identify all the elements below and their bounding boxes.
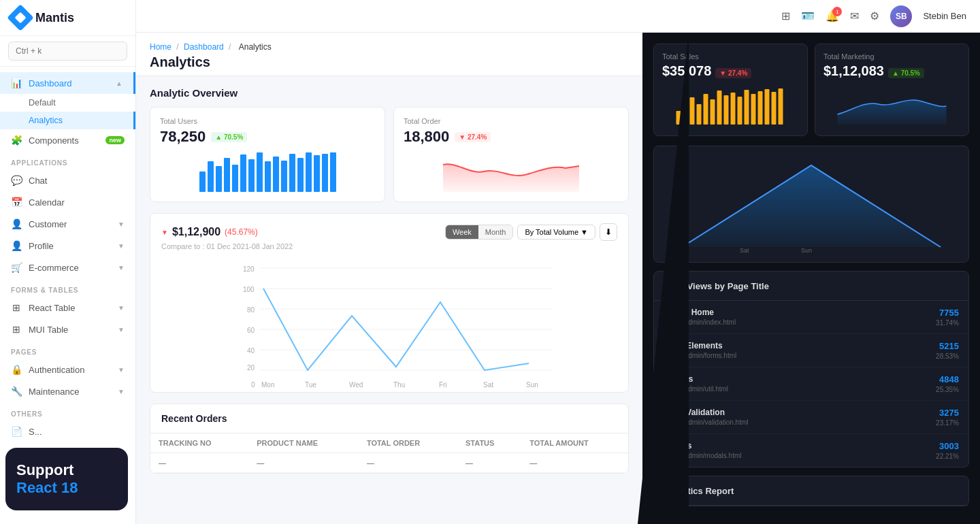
col-tracking: TRACKING NO <box>150 433 248 453</box>
chat-icon: 💬 <box>11 175 22 186</box>
income-chart: 120 100 80 60 40 20 0 <box>150 256 628 392</box>
analytics-report-section: Analytics Report <box>653 476 969 506</box>
svg-rect-46 <box>738 97 742 125</box>
sidebar-item-maintenance[interactable]: 🔧 Maintenance ▼ <box>0 380 135 402</box>
orders-chart <box>404 151 619 192</box>
support-popup[interactable]: Support React 18 <box>5 448 128 510</box>
volume-select[interactable]: By Total Volume ▼ <box>517 225 595 240</box>
pv-pct-1: 31.74% <box>936 319 959 327</box>
svg-text:Sat: Sat <box>740 247 749 254</box>
pv-right-3: 4848 25.35% <box>936 374 959 393</box>
avatar[interactable]: SB <box>890 5 912 27</box>
svg-rect-49 <box>758 91 763 125</box>
svg-text:Fri: Fri <box>439 381 447 389</box>
sidebar-item-analytics[interactable]: Analytics <box>0 112 135 129</box>
stat-card-orders: Total Order 18,800 ▼ 27.4% <box>393 107 629 202</box>
month-button[interactable]: Month <box>478 225 513 239</box>
svg-rect-42 <box>710 99 715 125</box>
svg-rect-50 <box>765 89 770 125</box>
main-content: ⊞ 🪪 🔔 1 ✉ ⚙ SB Stebin Ben Home / Dashboa… <box>136 0 980 524</box>
cell-tracking: — <box>150 453 248 473</box>
week-button[interactable]: Week <box>446 225 478 239</box>
analytic-overview-title: Analytic Overview <box>150 87 629 99</box>
grid-icon[interactable]: ⊞ <box>781 10 790 22</box>
pv-right-1: 7755 31.74% <box>936 308 959 327</box>
pv-right-2: 5215 28.53% <box>936 341 959 360</box>
pv-count-1: 7755 <box>936 308 959 318</box>
search-input[interactable] <box>8 42 127 61</box>
sidebar-item-sample[interactable]: 📄 S... <box>0 421 135 442</box>
svg-rect-44 <box>724 95 729 125</box>
pv-title-5: Modals <box>664 441 742 451</box>
income-section: ▼ $1,12,900 (45.67%) Week Month By Total… <box>150 213 629 393</box>
sidebar-label-maintenance: Maintenance <box>29 387 111 397</box>
sidebar-label-chat: Chat <box>29 176 125 186</box>
sidebar-item-authentication[interactable]: 🔒 Authentication ▼ <box>0 359 135 380</box>
section-forms: Forms & Tables <box>0 278 135 297</box>
sidebar-item-calendar[interactable]: 📅 Calendar <box>0 191 135 213</box>
bell-icon[interactable]: 🔔 1 <box>826 10 839 22</box>
svg-rect-52 <box>779 88 783 125</box>
pv-url-2: /demo/admin/forms.html <box>664 352 736 359</box>
sidebar-item-dashboard[interactable]: 📊 Dashboard ▲ <box>0 72 135 94</box>
svg-rect-2 <box>216 166 222 192</box>
income-info: ▼ $1,12,900 (45.67%) <box>161 226 258 238</box>
mail-icon[interactable]: ✉ <box>850 10 859 22</box>
svg-text:40: 40 <box>247 347 255 355</box>
page-title: Analytics <box>150 54 629 70</box>
search-container[interactable] <box>0 36 135 67</box>
pv-url-1: /demo/admin/index.html <box>664 318 736 326</box>
sidebar-label-authentication: Authentication <box>29 365 111 375</box>
download-button[interactable]: ⬇ <box>600 223 617 241</box>
pv-left-5: Modals /demo/admin/modals.html <box>664 441 742 459</box>
left-panel: Home / Dashboard / Analytics Analytics A… <box>136 33 642 524</box>
col-total-amount: TOTAL AMOUNT <box>521 433 628 453</box>
sidebar-item-profile[interactable]: 👤 Profile ▼ <box>0 235 135 257</box>
pv-title-1: Admin Home <box>664 308 736 317</box>
top-header: ⊞ 🪪 🔔 1 ✉ ⚙ SB Stebin Ben <box>136 0 980 33</box>
sidebar-item-ecommerce[interactable]: 🛒 E-commerce ▼ <box>0 257 135 278</box>
page-views-header: Page Views by Page Title <box>654 272 968 301</box>
dark-income-chart-section: Fri Sat Sun <box>653 146 969 263</box>
chevron-up-icon: ▲ <box>116 80 122 87</box>
sidebar-label-mui-table: MUI Table <box>29 325 111 335</box>
chevron-down-icon6: ▼ <box>118 366 125 374</box>
chevron-down-icon5: ▼ <box>118 326 125 333</box>
page-view-item-1: Admin Home /demo/admin/index.html 7755 3… <box>654 301 968 334</box>
sidebar-label-react-table: React Table <box>29 303 111 313</box>
svg-rect-5 <box>240 154 246 192</box>
down-arrow-icon: ▼ <box>161 229 168 236</box>
sidebar-item-mui-table[interactable]: ⊞ MUI Table ▼ <box>0 318 135 340</box>
sidebar-item-customer[interactable]: 👤 Customer ▼ <box>0 213 135 235</box>
breadcrumb-home[interactable]: Home <box>150 42 172 52</box>
pv-pct-5: 22.21% <box>936 453 959 460</box>
pv-right-4: 3275 23.17% <box>936 408 959 427</box>
orders-table: TRACKING NO PRODUCT NAME TOTAL ORDER STA… <box>150 433 628 473</box>
card-icon[interactable]: 🪪 <box>801 10 815 22</box>
breadcrumb-current: Analytics <box>239 42 272 52</box>
table-row: — — — — — <box>150 453 628 473</box>
page-views-title: Page Views by Page Title <box>664 281 769 291</box>
pv-title-2: Form Elements <box>664 341 736 350</box>
svg-text:Tue: Tue <box>305 381 316 389</box>
sidebar-item-default[interactable]: Default <box>0 94 135 112</box>
sidebar-item-chat[interactable]: 💬 Chat <box>0 169 135 191</box>
pv-left-2: Form Elements /demo/admin/forms.html <box>664 341 736 359</box>
breadcrumb-dashboard[interactable]: Dashboard <box>184 42 224 52</box>
settings-icon[interactable]: ⚙ <box>870 10 879 22</box>
sidebar-item-react-table[interactable]: ⊞ React Table ▼ <box>0 297 135 318</box>
breadcrumb-sep2: / <box>229 42 233 52</box>
profile-icon: 👤 <box>11 240 22 251</box>
pv-count-2: 5215 <box>936 341 959 351</box>
sidebar-item-components[interactable]: 🧩 Components new <box>0 129 135 151</box>
orders-section: Recent Orders TRACKING NO PRODUCT NAME T… <box>150 404 629 474</box>
col-status: STATUS <box>457 433 521 453</box>
breadcrumb-sep1: / <box>176 42 181 52</box>
svg-rect-9 <box>273 157 279 192</box>
mui-table-icon: ⊞ <box>11 324 22 335</box>
page-view-item-4: Form Validation /demo/admin/validation.h… <box>654 401 968 434</box>
svg-rect-4 <box>232 165 238 192</box>
notification-badge: 1 <box>832 7 842 16</box>
col-product: PRODUCT NAME <box>248 433 359 453</box>
sidebar-label-dashboard: Dashboard <box>29 78 109 88</box>
